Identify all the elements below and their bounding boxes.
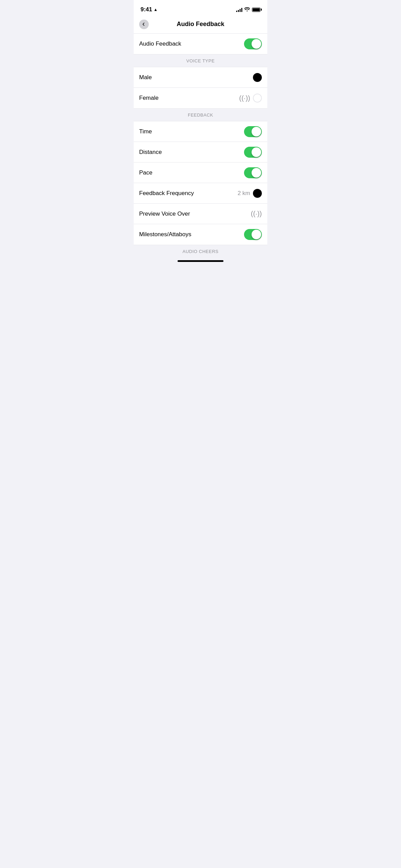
milestones-label: Milestones/Attaboys xyxy=(139,231,191,238)
time-row: Time xyxy=(134,121,267,142)
female-row[interactable]: Female ((·)) xyxy=(134,88,267,108)
audio-feedback-label: Audio Feedback xyxy=(139,40,181,47)
feedback-frequency-label: Feedback Frequency xyxy=(139,190,194,197)
time-toggle[interactable] xyxy=(244,126,262,137)
pace-label: Pace xyxy=(139,169,153,176)
female-radio[interactable] xyxy=(253,94,262,103)
audio-cheers-header: AUDIO CHEERS xyxy=(183,249,219,254)
feedback-frequency-radio[interactable] xyxy=(253,189,262,198)
feedback-frequency-value: 2 km xyxy=(238,190,250,197)
time-label: Time xyxy=(139,128,152,135)
preview-voice-right: ((·)) xyxy=(251,210,262,218)
audio-feedback-group: Audio Feedback xyxy=(134,33,267,55)
preview-voice-label: Preview Voice Over xyxy=(139,210,190,217)
nav-bar: Audio Feedback xyxy=(134,17,267,33)
pace-toggle[interactable] xyxy=(244,167,262,178)
time-label: 9:41 xyxy=(141,6,152,13)
status-icons xyxy=(236,7,260,12)
audio-cheers-separator: AUDIO CHEERS xyxy=(134,245,267,257)
status-time: 9:41 ▲ xyxy=(141,6,158,13)
male-right xyxy=(253,73,262,82)
voice-type-header: VOICE TYPE xyxy=(186,58,215,63)
wifi-icon xyxy=(244,7,250,12)
pace-row: Pace xyxy=(134,162,267,183)
distance-toggle[interactable] xyxy=(244,147,262,158)
status-bar: 9:41 ▲ xyxy=(134,0,267,17)
location-arrow-icon: ▲ xyxy=(154,7,158,12)
distance-label: Distance xyxy=(139,149,162,156)
milestones-row: Milestones/Attaboys xyxy=(134,224,267,245)
audio-feedback-toggle[interactable] xyxy=(244,38,262,49)
back-chevron-icon xyxy=(139,20,149,29)
male-label: Male xyxy=(139,74,152,81)
voice-type-group: Male Female ((·)) xyxy=(134,67,267,109)
female-preview-icon[interactable]: ((·)) xyxy=(239,94,250,102)
settings-content: Audio Feedback VOICE TYPE Male Female ((… xyxy=(134,33,267,257)
feedback-separator: FEEDBACK xyxy=(134,109,267,121)
audio-feedback-row: Audio Feedback xyxy=(134,34,267,54)
distance-row: Distance xyxy=(134,142,267,162)
preview-voice-row[interactable]: Preview Voice Over ((·)) xyxy=(134,204,267,224)
home-indicator-bar xyxy=(178,260,223,262)
signal-icon xyxy=(236,7,242,12)
back-button[interactable] xyxy=(139,20,149,29)
battery-icon xyxy=(252,8,260,12)
page-title: Audio Feedback xyxy=(177,21,224,28)
home-indicator xyxy=(134,257,267,266)
feedback-frequency-right: 2 km xyxy=(238,189,262,198)
female-right: ((·)) xyxy=(239,94,262,103)
toggle-knob xyxy=(252,39,261,49)
feedback-header: FEEDBACK xyxy=(188,112,213,118)
voice-type-separator: VOICE TYPE xyxy=(134,55,267,67)
milestones-toggle[interactable] xyxy=(244,229,262,240)
male-radio[interactable] xyxy=(253,73,262,82)
feedback-frequency-row[interactable]: Feedback Frequency 2 km xyxy=(134,183,267,204)
feedback-group: Time Distance Pace Feedback Frequency 2 … xyxy=(134,121,267,245)
female-label: Female xyxy=(139,95,159,101)
preview-voice-icon[interactable]: ((·)) xyxy=(251,210,262,218)
male-row[interactable]: Male xyxy=(134,67,267,88)
